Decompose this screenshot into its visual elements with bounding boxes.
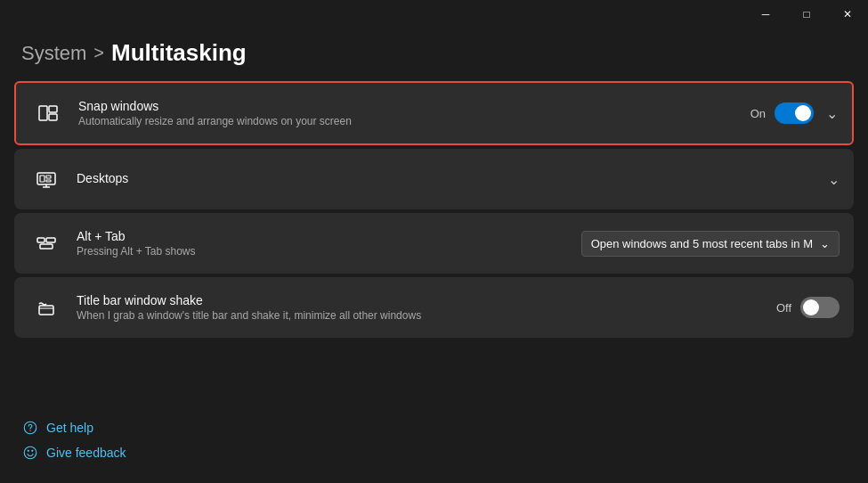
breadcrumb-separator: >: [93, 43, 104, 63]
get-help-link[interactable]: Get help: [21, 419, 126, 437]
snap-windows-icon: [30, 95, 66, 131]
desktops-chevron[interactable]: ⌄: [828, 171, 840, 188]
settings-item-alt-tab[interactable]: Alt + Tab Pressing Alt + Tab shows Open …: [14, 213, 854, 274]
close-button[interactable]: ✕: [827, 0, 868, 29]
give-feedback-link[interactable]: Give feedback: [21, 444, 126, 462]
snap-windows-text: Snap windows Automatically resize and ar…: [78, 99, 750, 127]
bottom-links: Get help Give feedback: [21, 419, 126, 462]
snap-windows-title: Snap windows: [78, 99, 750, 113]
breadcrumb-parent[interactable]: System: [21, 42, 86, 65]
title-bar-shake-subtitle: When I grab a window's title bar and sha…: [77, 309, 776, 322]
snap-windows-chevron[interactable]: ⌄: [826, 105, 838, 122]
give-feedback-icon: [21, 444, 39, 462]
desktops-right: ⌄: [824, 171, 840, 188]
title-bar-shake-icon: [28, 290, 64, 325]
snap-windows-status: On: [750, 107, 766, 120]
svg-rect-11: [40, 244, 53, 249]
get-help-label: Get help: [46, 421, 93, 435]
svg-rect-8: [46, 180, 51, 182]
alt-tab-right: Open windows and 5 most recent tabs in M…: [581, 231, 840, 257]
title-bar: ─ □ ✕: [0, 0, 868, 29]
snap-windows-subtitle: Automatically resize and arrange windows…: [78, 115, 750, 127]
svg-rect-1: [49, 106, 57, 112]
breadcrumb: System > Multitasking: [0, 29, 868, 81]
svg-point-17: [31, 450, 33, 452]
desktops-icon: [28, 161, 64, 197]
maximize-button[interactable]: □: [786, 0, 827, 29]
title-bar-shake-title: Title bar window shake: [77, 293, 776, 307]
breadcrumb-current: Multitasking: [111, 39, 247, 67]
svg-rect-6: [40, 176, 45, 182]
alt-tab-subtitle: Pressing Alt + Tab shows: [77, 245, 581, 258]
settings-list: Snap windows Automatically resize and ar…: [0, 81, 868, 338]
alt-tab-text: Alt + Tab Pressing Alt + Tab shows: [77, 229, 581, 258]
snap-windows-toggle-knob: [795, 105, 811, 121]
get-help-icon: [21, 419, 39, 437]
alt-tab-dropdown-chevron: ⌄: [820, 237, 830, 250]
svg-rect-9: [37, 238, 45, 242]
title-bar-shake-toggle-knob: [803, 299, 819, 315]
title-bar-shake-text: Title bar window shake When I grab a win…: [77, 293, 776, 322]
desktops-text: Desktops: [77, 171, 824, 187]
title-bar-shake-toggle[interactable]: [800, 297, 840, 318]
alt-tab-dropdown[interactable]: Open windows and 5 most recent tabs in M…: [581, 231, 840, 257]
title-bar-shake-right: Off: [776, 297, 840, 318]
alt-tab-dropdown-value: Open windows and 5 most recent tabs in M: [591, 237, 813, 250]
settings-item-desktops[interactable]: Desktops ⌄: [14, 149, 854, 209]
svg-rect-7: [46, 176, 51, 178]
minimize-button[interactable]: ─: [745, 0, 786, 29]
svg-rect-10: [46, 238, 55, 242]
title-bar-shake-status: Off: [776, 301, 791, 315]
alt-tab-title: Alt + Tab: [77, 229, 581, 243]
svg-rect-12: [39, 306, 53, 315]
settings-item-snap-windows[interactable]: Snap windows Automatically resize and ar…: [14, 81, 854, 145]
svg-rect-0: [39, 106, 47, 120]
give-feedback-label: Give feedback: [46, 446, 126, 460]
snap-windows-toggle[interactable]: [775, 102, 814, 124]
svg-rect-2: [49, 114, 57, 120]
svg-point-16: [28, 450, 29, 452]
svg-point-15: [24, 446, 37, 459]
alt-tab-icon: [28, 225, 64, 261]
settings-item-title-bar-shake[interactable]: Title bar window shake When I grab a win…: [14, 277, 854, 338]
snap-windows-right: On ⌄: [750, 102, 838, 124]
desktops-title: Desktops: [77, 171, 824, 185]
